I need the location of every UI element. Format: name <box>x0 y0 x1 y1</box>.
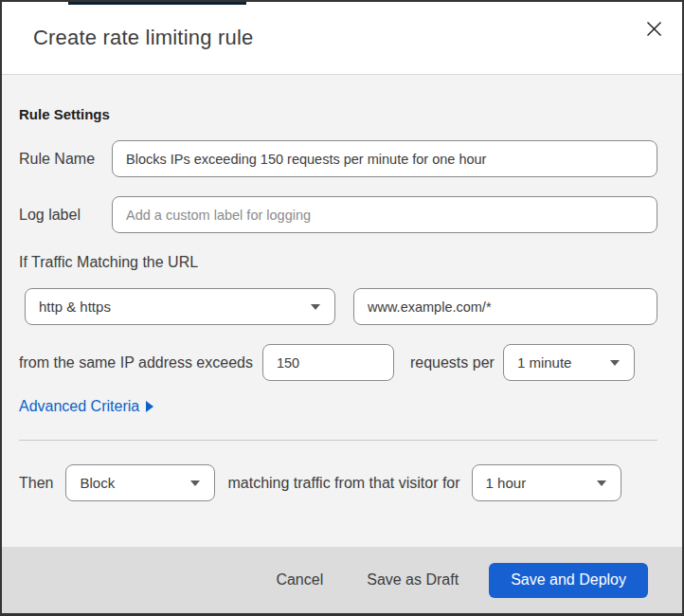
chevron-down-icon <box>610 360 620 366</box>
dialog-title: Create rate limiting rule <box>33 26 253 50</box>
dialog-body: Rule Settings Rule Name Log label If Tra… <box>2 75 682 547</box>
traffic-match-intro: If Traffic Matching the URL <box>19 254 657 271</box>
action-middle-text: matching traffic from that visitor for <box>227 475 459 492</box>
log-label-input[interactable] <box>112 196 657 233</box>
action-select-value: Block <box>80 475 115 491</box>
chevron-down-icon <box>190 480 200 486</box>
url-pattern-input[interactable] <box>353 288 657 325</box>
action-row: Then Block matching traffic from that vi… <box>19 464 657 501</box>
chevron-down-icon <box>597 480 606 486</box>
duration-select[interactable]: 1 hour <box>472 464 621 501</box>
rule-name-row: Rule Name <box>19 140 657 177</box>
then-label: Then <box>19 475 53 492</box>
section-divider <box>19 440 657 441</box>
create-rate-limiting-rule-dialog: Create rate limiting rule Rule Settings … <box>0 0 684 616</box>
threshold-row: from the same IP address exceeds request… <box>19 344 657 381</box>
scheme-select-value: http & https <box>39 299 111 315</box>
log-label-row: Log label <box>19 196 657 233</box>
save-as-draft-button[interactable]: Save as Draft <box>351 564 474 596</box>
threshold-prefix-text: from the same IP address exceeds <box>19 354 253 371</box>
dialog-header: Create rate limiting rule <box>2 2 682 75</box>
close-icon <box>646 21 662 37</box>
advanced-criteria-label: Advanced Criteria <box>19 398 139 415</box>
period-select-value: 1 minute <box>517 354 572 371</box>
action-select[interactable]: Block <box>65 464 215 501</box>
chevron-down-icon <box>311 304 320 310</box>
save-and-deploy-button[interactable]: Save and Deploy <box>489 563 648 598</box>
rule-name-label: Rule Name <box>19 151 112 168</box>
scheme-url-row: http & https <box>19 288 657 325</box>
background-page-sliver <box>68 2 246 5</box>
dialog-footer: Cancel Save as Draft Save and Deploy <box>2 547 682 613</box>
cancel-button[interactable]: Cancel <box>261 564 338 596</box>
expand-right-icon <box>146 401 153 412</box>
log-label-label: Log label <box>19 207 112 224</box>
threshold-suffix-text: requests per <box>410 354 495 371</box>
close-button[interactable] <box>642 17 665 40</box>
rule-name-input[interactable] <box>112 140 657 177</box>
duration-select-value: 1 hour <box>486 475 527 491</box>
scheme-select[interactable]: http & https <box>25 288 335 325</box>
request-threshold-input[interactable] <box>262 344 394 381</box>
rule-settings-heading: Rule Settings <box>19 106 657 122</box>
advanced-criteria-link[interactable]: Advanced Criteria <box>19 398 153 415</box>
period-select[interactable]: 1 minute <box>503 344 635 381</box>
